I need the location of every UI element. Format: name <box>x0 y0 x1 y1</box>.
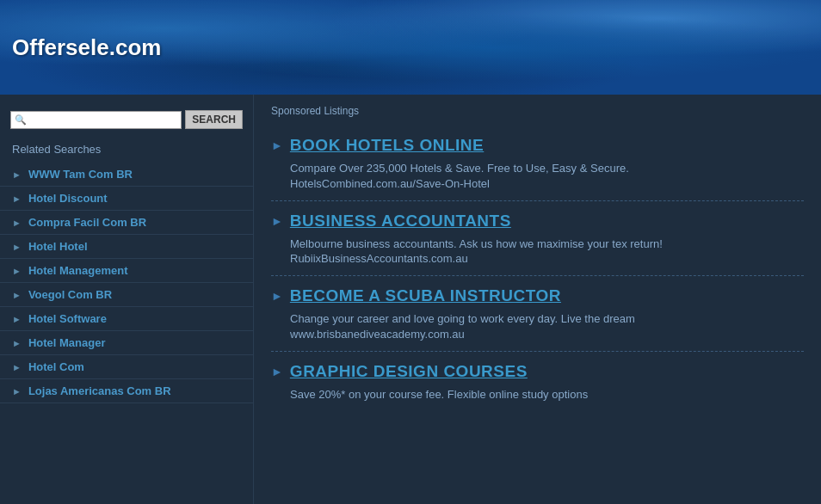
listing-title-row-2: ► BECOME A SCUBA INSTRUCTOR <box>271 286 804 305</box>
main-layout: 🔍 SEARCH Related Searches ► WWW Tam Com … <box>0 95 821 504</box>
search-icon: 🔍 <box>15 114 27 126</box>
arrow-icon-7: ► <box>12 338 22 348</box>
sidebar-item-label-4: Hotel Management <box>28 264 128 277</box>
search-bar: 🔍 SEARCH <box>0 103 253 139</box>
search-input[interactable] <box>29 114 177 126</box>
listing-desc-3: Save 20%* on your course fee. Flexible o… <box>271 386 804 403</box>
sponsored-label: Sponsored Listings <box>271 105 804 117</box>
listing-title-row-3: ► GRAPHIC DESIGN COURSES <box>271 362 804 381</box>
sidebar-item-label-2: Compra Facil Com BR <box>28 216 146 229</box>
sidebar: 🔍 SEARCH Related Searches ► WWW Tam Com … <box>0 95 254 504</box>
sidebar-item-5[interactable]: ► Voegol Com BR <box>0 283 253 307</box>
listing-0: ► BOOK HOTELS ONLINE Compare Over 235,00… <box>271 126 804 201</box>
arrow-icon-5: ► <box>12 290 22 300</box>
sidebar-item-label-9: Lojas Americanas Com BR <box>28 384 171 397</box>
sidebar-item-label-7: Hotel Manager <box>28 336 106 349</box>
site-title: Offersele.com <box>12 34 161 61</box>
sidebar-item-label-5: Voegol Com BR <box>28 288 112 301</box>
listing-3: ► GRAPHIC DESIGN COURSES Save 20%* on yo… <box>271 352 804 414</box>
listing-desc-2: Change your career and love going to wor… <box>271 310 804 328</box>
arrow-icon-8: ► <box>12 362 22 372</box>
search-button[interactable]: SEARCH <box>185 110 243 129</box>
sidebar-item-8[interactable]: ► Hotel Com <box>0 355 253 379</box>
listing-url-0: HotelsCombined.com.au/Save-On-Hotel <box>271 177 804 190</box>
sidebar-item-3[interactable]: ► Hotel Hotel <box>0 235 253 259</box>
listing-desc-1: Melbourne business accountants. Ask us h… <box>271 236 804 253</box>
listing-title-1[interactable]: BUSINESS ACCOUNTANTS <box>290 212 511 230</box>
arrow-icon-6: ► <box>12 314 22 324</box>
arrow-icon-9: ► <box>12 386 22 396</box>
sidebar-item-label-0: WWW Tam Com BR <box>28 168 133 181</box>
sidebar-item-label-1: Hotel Discount <box>28 192 108 205</box>
listing-bullet-1: ► <box>271 214 283 228</box>
sidebar-item-label-6: Hotel Software <box>28 312 107 325</box>
listing-title-0[interactable]: BOOK HOTELS ONLINE <box>290 136 484 155</box>
listing-url-1: RubiixBusinessAccountants.com.au <box>271 252 804 265</box>
sidebar-item-9[interactable]: ► Lojas Americanas Com BR <box>0 379 253 403</box>
listing-bullet-2: ► <box>271 289 283 303</box>
arrow-icon-3: ► <box>12 242 22 252</box>
header: Offersele.com <box>0 0 821 95</box>
listing-title-row-0: ► BOOK HOTELS ONLINE <box>271 136 804 155</box>
sidebar-item-6[interactable]: ► Hotel Software <box>0 307 253 331</box>
listing-bullet-3: ► <box>271 365 283 378</box>
arrow-icon-2: ► <box>12 218 22 228</box>
sidebar-item-0[interactable]: ► WWW Tam Com BR <box>0 163 253 187</box>
sidebar-item-label-8: Hotel Com <box>28 360 84 373</box>
arrow-icon-1: ► <box>12 194 22 204</box>
arrow-icon-4: ► <box>12 266 22 276</box>
listing-2: ► BECOME A SCUBA INSTRUCTOR Change your … <box>271 276 804 352</box>
listing-title-2[interactable]: BECOME A SCUBA INSTRUCTOR <box>290 286 561 305</box>
listing-title-row-1: ► BUSINESS ACCOUNTANTS <box>271 212 804 230</box>
sidebar-item-2[interactable]: ► Compra Facil Com BR <box>0 211 253 235</box>
sidebar-item-7[interactable]: ► Hotel Manager <box>0 331 253 355</box>
arrow-icon-0: ► <box>12 169 22 180</box>
related-searches-label: Related Searches <box>0 139 253 163</box>
listing-desc-0: Compare Over 235,000 Hotels & Save. Free… <box>271 160 804 177</box>
listing-title-3[interactable]: GRAPHIC DESIGN COURSES <box>290 362 528 381</box>
sidebar-item-4[interactable]: ► Hotel Management <box>0 259 253 283</box>
sidebar-item-label-3: Hotel Hotel <box>28 240 88 253</box>
listing-1: ► BUSINESS ACCOUNTANTS Melbourne busines… <box>271 201 804 277</box>
sidebar-item-1[interactable]: ► Hotel Discount <box>0 187 253 211</box>
content-area: Sponsored Listings ► BOOK HOTELS ONLINE … <box>254 95 821 504</box>
listing-url-2: www.brisbanediveacademy.com.au <box>271 328 804 341</box>
listing-bullet-0: ► <box>271 138 283 152</box>
search-input-wrap: 🔍 <box>10 111 182 129</box>
